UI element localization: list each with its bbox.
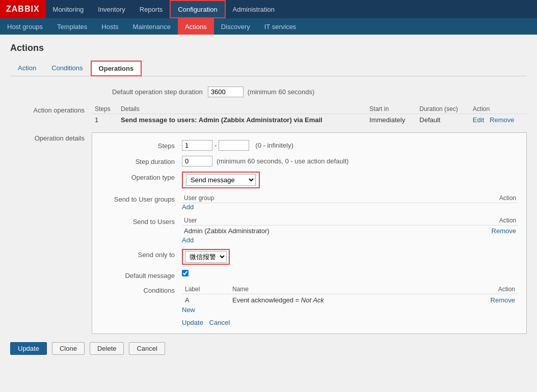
send-to-users-row: Send to Users User Action [100,216,518,244]
subnav-it-services[interactable]: IT services [257,18,304,35]
step-duration-detail-input[interactable] [182,156,212,166]
send-to-user-groups-row: Send to User groups User group Action [100,193,518,211]
add-user-group-link[interactable]: Add [182,203,194,211]
steps-label: Steps [100,140,182,150]
cond-name-italic: Not Ack [301,296,324,304]
steps-to-input[interactable] [219,140,249,151]
update-button[interactable]: Update [10,342,47,355]
subnav-discovery[interactable]: Discovery [214,18,257,35]
cond-name: Event acknowledged = Not Ack [229,294,449,306]
step-duration-input[interactable] [208,87,244,97]
operation-details-content: Steps - (0 - infinitely) Step duration (… [92,132,527,334]
step-duration-detail-value: (minimum 60 seconds, 0 - use action defa… [182,156,518,166]
steps-separator: - [214,142,217,149]
step-duration-detail-label: Step duration [100,156,182,165]
remove-cond-link[interactable]: Remove [491,296,515,304]
users-table: User Action Admin (Zabbix Administrator)… [182,216,518,236]
user-action: Remove [437,226,518,237]
conditions-table: Label Name Action A Event acknowledged = [182,285,518,306]
remove-user-link[interactable]: Remove [492,227,516,235]
tabs: Action Conditions Operations [10,61,527,76]
op-details-box: Steps - (0 - infinitely) Step duration (… [92,132,527,334]
send-only-to-value: 微信报警 Email SMS [182,249,518,265]
send-only-highlight: 微信报警 Email SMS [182,249,230,265]
conditions-label: Conditions [100,285,182,294]
col-start-in: Start in [366,104,416,114]
steps-row: Steps - (0 - infinitely) [100,140,518,151]
tab-conditions[interactable]: Conditions [44,61,90,76]
conditions-value: Label Name Action A Event acknowledged = [182,285,518,314]
operation-type-value: Send message Remote command [182,172,518,188]
operation-details-label: Operation details [10,132,92,142]
inline-actions: Update Cancel [100,319,518,326]
nav-inventory[interactable]: Inventory [91,0,132,18]
table-row: A Event acknowledged = Not Ack Remove [182,294,518,306]
inline-cancel-link[interactable]: Cancel [209,319,230,326]
delete-button[interactable]: Delete [90,342,124,355]
nav-configuration[interactable]: Configuration [170,0,225,18]
logo: ZABBIX [0,0,46,18]
conditions-row: Conditions Label Name Action [100,285,518,314]
operation-type-row: Operation type Send message Remote comma… [100,172,518,188]
send-to-user-groups-value: User group Action Add [182,193,518,211]
operation-type-label: Operation type [100,172,182,181]
nav-reports[interactable]: Reports [132,0,170,18]
steps-from-input[interactable] [182,140,212,151]
subnav-maintenance[interactable]: Maintenance [126,18,178,35]
col-details: Details [118,104,366,114]
subnav-hosts[interactable]: Hosts [94,18,125,35]
steps-hint: (0 - infinitely) [255,142,293,149]
top-nav-items: Monitoring Inventory Reports Configurati… [46,0,282,18]
send-to-user-groups-label: Send to User groups [100,193,182,203]
send-to-users-label: Send to Users [100,216,182,226]
add-user-link[interactable]: Add [182,236,194,244]
step-duration-row: Default operation step duration (minimum… [10,87,527,97]
send-only-to-select[interactable]: 微信报警 Email SMS [185,251,227,263]
cancel-button[interactable]: Cancel [129,342,165,355]
action-operations-label: Action operations [10,104,92,114]
subnav-actions[interactable]: Actions [178,18,214,35]
cond-action: Remove [449,294,518,306]
user-name: Admin (Zabbix Administrator) [182,226,437,237]
step-duration-detail-row: Step duration (minimum 60 seconds, 0 - u… [100,156,518,166]
operation-type-select[interactable]: Send message Remote command [186,174,256,186]
new-condition-link[interactable]: New [182,306,195,314]
operations-table: Steps Details Start in Duration (sec) Ac… [92,104,527,126]
edit-link[interactable]: Edit [473,116,484,124]
page-title: Actions [10,43,527,53]
table-row: Admin (Zabbix Administrator) Remove [182,226,518,237]
send-only-to-row: Send only to 微信报警 Email SMS [100,249,518,265]
tab-operations[interactable]: Operations [91,61,142,76]
cond-col-label: Label [182,285,229,294]
nav-monitoring[interactable]: Monitoring [46,0,91,18]
op-action: Edit Remove [470,114,527,126]
col-steps: Steps [92,104,118,114]
default-message-checkbox[interactable] [182,270,189,276]
clone-button[interactable]: Clone [52,342,85,355]
action-operations-content: Steps Details Start in Duration (sec) Ac… [92,104,527,126]
op-start-in: Immediately [366,114,416,126]
steps-value: - (0 - infinitely) [182,140,518,151]
step-duration-label: Default operation step duration [112,88,203,96]
step-duration-detail-hint: (minimum 60 seconds, 0 - use action defa… [217,157,348,165]
subnav-host-groups[interactable]: Host groups [0,18,50,35]
send-only-to-label: Send only to [100,249,182,259]
action-operations-row: Action operations Steps Details Start in… [10,104,527,126]
inline-update-link[interactable]: Update [182,319,203,326]
user-groups-table: User group Action [182,193,518,203]
step-duration-hint: (minimum 60 seconds) [248,88,315,96]
subnav-templates[interactable]: Templates [50,18,94,35]
send-to-users-value: User Action Admin (Zabbix Administrator)… [182,216,518,244]
tab-action[interactable]: Action [10,61,44,76]
u-col-user: User [182,216,437,226]
nav-administration[interactable]: Administration [226,0,282,18]
cond-label: A [182,294,229,306]
bottom-buttons: Update Clone Delete Cancel [10,342,527,355]
page-content: Actions Action Conditions Operations Def… [0,35,537,392]
table-row: 1 Send message to users: Admin (Zabbix A… [92,114,527,126]
ug-col-group: User group [182,193,390,203]
remove-link[interactable]: Remove [490,116,514,124]
default-message-label: Default message [100,270,182,279]
top-navbar: ZABBIX Monitoring Inventory Reports Conf… [0,0,537,18]
op-steps: 1 [92,114,118,126]
